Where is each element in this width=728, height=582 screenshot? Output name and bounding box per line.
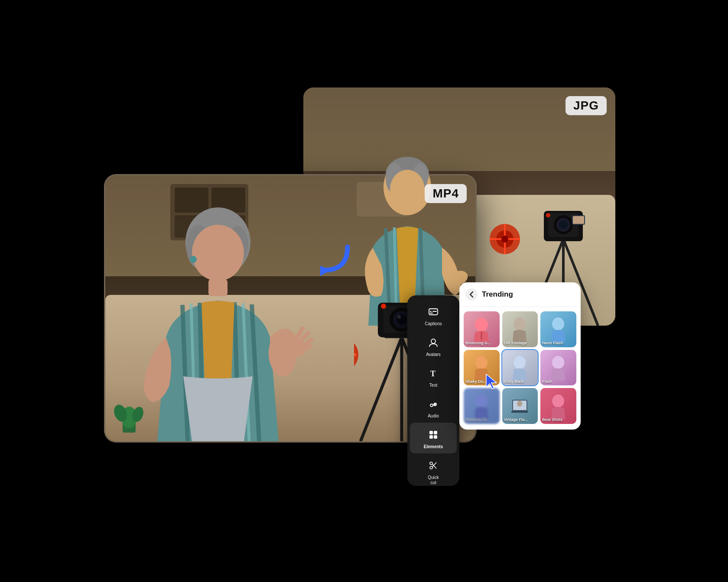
svg-point-16 bbox=[546, 213, 550, 217]
trending-panel: Trending Bouncing G... Old Footage Ne bbox=[459, 282, 581, 430]
avatars-icon bbox=[426, 335, 441, 350]
svg-point-88 bbox=[514, 317, 526, 330]
svg-point-87 bbox=[475, 318, 488, 332]
cursor-pointer bbox=[485, 373, 498, 389]
menu-item-captions[interactable]: Captions bbox=[407, 300, 459, 330]
elements-icon bbox=[426, 427, 441, 443]
trending-header: Trending bbox=[459, 282, 581, 307]
trending-title: Trending bbox=[482, 290, 513, 299]
captions-label: Captions bbox=[425, 321, 442, 326]
menu-item-elements[interactable]: Elements bbox=[410, 423, 457, 453]
svg-point-97 bbox=[517, 401, 522, 407]
jpg-label: JPG bbox=[566, 96, 607, 115]
svg-marker-24 bbox=[320, 265, 330, 276]
text-icon: T bbox=[426, 365, 441, 381]
trend-item-neon-flash[interactable]: Neon Flash bbox=[540, 311, 576, 347]
trend-label-bouncing: Bouncing G... bbox=[465, 341, 498, 346]
svg-point-92 bbox=[552, 356, 564, 369]
svg-rect-80 bbox=[434, 431, 437, 434]
trend-item-rainbow[interactable]: Rainbow Fl... bbox=[464, 388, 500, 424]
trend-item-old-footage[interactable]: Old Footage bbox=[502, 311, 538, 347]
trend-item-beat-shots[interactable]: Beat Shots bbox=[540, 388, 576, 424]
menu-item-avatars[interactable]: Avatars bbox=[407, 330, 459, 361]
svg-line-42 bbox=[361, 337, 402, 441]
trend-label-flash: Flash bbox=[542, 379, 575, 384]
main-scene: JPG bbox=[104, 53, 624, 529]
fan-jpg bbox=[488, 222, 522, 256]
mobile-app-panel: Captions Avatars T Text Audio bbox=[407, 295, 459, 486]
svg-marker-99 bbox=[486, 374, 497, 389]
trend-label-vintage: Vintage Fla... bbox=[504, 417, 536, 422]
svg-rect-15 bbox=[573, 216, 584, 224]
trend-item-vintage[interactable]: Vintage Fla... bbox=[502, 388, 538, 424]
trend-label-dolly-back: Dolly Back bbox=[504, 379, 536, 384]
mp4-label: MP4 bbox=[425, 184, 467, 203]
trend-label-rainbow: Rainbow Fl... bbox=[465, 417, 498, 422]
menu-item-audio[interactable]: Audio bbox=[407, 392, 459, 423]
svg-rect-81 bbox=[429, 435, 433, 439]
svg-point-93 bbox=[475, 394, 488, 407]
avatars-label: Avatars bbox=[426, 352, 441, 357]
audio-icon bbox=[426, 396, 441, 412]
svg-point-73 bbox=[431, 339, 436, 343]
trending-back-button[interactable] bbox=[465, 288, 478, 301]
trend-item-flash[interactable]: Flash bbox=[540, 350, 576, 386]
text-label: Text bbox=[429, 383, 437, 388]
woman-figure-mp4 bbox=[131, 190, 322, 441]
svg-rect-36 bbox=[208, 279, 228, 296]
svg-point-56 bbox=[381, 304, 386, 309]
svg-point-4 bbox=[390, 170, 425, 209]
svg-point-13 bbox=[559, 220, 568, 229]
svg-point-51 bbox=[397, 315, 401, 319]
svg-point-98 bbox=[552, 394, 564, 407]
svg-point-90 bbox=[475, 356, 488, 369]
trend-label-neon-flash: Neon Flash bbox=[542, 341, 575, 346]
trending-grid: Bouncing G... Old Footage Neon Flash Sha bbox=[459, 307, 581, 428]
svg-point-91 bbox=[514, 356, 526, 369]
quickcut-icon bbox=[426, 458, 441, 473]
conversion-arrow bbox=[316, 239, 355, 280]
svg-rect-70 bbox=[430, 311, 432, 312]
svg-point-35 bbox=[190, 256, 197, 263]
trend-item-dolly-back[interactable]: Dolly Back bbox=[502, 350, 538, 386]
svg-point-89 bbox=[552, 317, 564, 330]
trend-item-bouncing[interactable]: Bouncing G... bbox=[464, 311, 500, 347]
menu-item-text[interactable]: T Text bbox=[407, 361, 459, 392]
svg-rect-96 bbox=[511, 411, 528, 413]
menu-item-quickcut[interactable]: Quickcut bbox=[407, 453, 459, 490]
svg-point-34 bbox=[192, 225, 244, 281]
svg-rect-79 bbox=[429, 431, 433, 434]
svg-point-23 bbox=[501, 236, 508, 242]
svg-text:T: T bbox=[430, 369, 436, 378]
audio-label: Audio bbox=[428, 414, 439, 418]
svg-rect-82 bbox=[434, 435, 437, 439]
trend-label-beat-shots: Beat Shots bbox=[542, 417, 575, 422]
svg-rect-72 bbox=[430, 313, 433, 314]
quickcut-label: Quickcut bbox=[428, 475, 439, 485]
captions-icon bbox=[426, 304, 441, 320]
elements-label: Elements bbox=[424, 444, 443, 449]
trend-label-old-footage: Old Footage bbox=[504, 341, 536, 346]
svg-rect-71 bbox=[432, 311, 437, 312]
svg-point-75 bbox=[430, 404, 433, 407]
